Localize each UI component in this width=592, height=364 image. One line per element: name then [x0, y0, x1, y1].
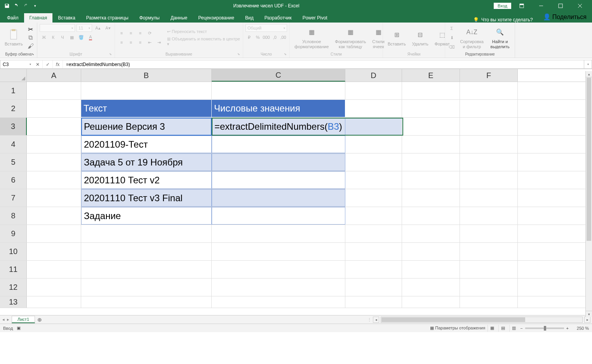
- tab-developer[interactable]: Разработчик: [259, 13, 297, 23]
- add-sheet-icon[interactable]: ⊕: [35, 317, 44, 323]
- scroll-right-icon[interactable]: ▸: [584, 317, 590, 323]
- table-header-numbers[interactable]: Числовые значения: [212, 100, 345, 117]
- status-mode: Ввод: [3, 326, 13, 331]
- tab-page-layout[interactable]: Разметка страницы: [81, 13, 134, 23]
- vscroll-thumb[interactable]: [587, 78, 591, 241]
- view-normal-icon[interactable]: ▦: [488, 325, 496, 332]
- number-format-combo: Общий: [246, 24, 287, 32]
- cell-c7[interactable]: [212, 189, 345, 207]
- share-icon: 👤: [543, 13, 551, 21]
- insert-function-icon[interactable]: fx: [53, 60, 63, 68]
- scroll-down-icon[interactable]: ▾: [586, 311, 592, 317]
- undo-icon[interactable]: [12, 2, 20, 10]
- clear-icon: ⌫: [447, 43, 456, 51]
- row-header-5[interactable]: 5: [0, 153, 27, 171]
- zoom-value[interactable]: 250 %: [571, 326, 589, 331]
- cell-c5[interactable]: [212, 153, 345, 171]
- row-header-2[interactable]: 2: [0, 100, 27, 117]
- sheet-tab-1[interactable]: Лист1: [12, 316, 35, 323]
- scroll-up-icon[interactable]: ▴: [586, 71, 592, 77]
- save-icon[interactable]: [3, 2, 11, 10]
- spreadsheet-grid[interactable]: A B C D E F 1 2 Текст Числовые значения …: [0, 69, 592, 315]
- cell-b5[interactable]: Задача 5 от 19 Ноября: [81, 153, 212, 171]
- expand-formula-bar-icon[interactable]: ▾: [584, 60, 592, 69]
- vertical-scrollbar[interactable]: ▴ ▾: [585, 71, 592, 317]
- view-page-layout-icon[interactable]: ▤: [498, 325, 507, 332]
- close-icon[interactable]: [571, 0, 589, 12]
- row-header-8[interactable]: 8: [0, 207, 27, 225]
- clipboard-launcher-icon[interactable]: ⬊: [31, 52, 35, 56]
- hscroll-splitter-icon[interactable]: ⋮: [367, 317, 371, 322]
- tab-home[interactable]: Главная: [24, 13, 53, 23]
- cell-b4[interactable]: 20201109-Тест: [81, 136, 212, 153]
- tab-insert[interactable]: Вставка: [52, 13, 81, 23]
- cell-b3[interactable]: Решение Версия 3: [81, 118, 212, 135]
- table-header-text[interactable]: Текст: [81, 100, 212, 117]
- clipboard-icon: [7, 28, 20, 41]
- cell-c6[interactable]: [212, 171, 345, 189]
- quick-access-toolbar: ▾: [0, 2, 42, 10]
- horizontal-scrollbar[interactable]: [381, 317, 583, 323]
- row-header-3[interactable]: 3: [0, 118, 27, 135]
- sheet-nav-prev-icon[interactable]: ◂: [2, 317, 5, 322]
- col-header-a[interactable]: A: [27, 69, 81, 82]
- cell-c8[interactable]: [212, 207, 345, 225]
- currency-icon: ₽: [246, 33, 253, 41]
- row-header-1[interactable]: 1: [0, 82, 27, 99]
- share-button[interactable]: 👤 Поделиться: [538, 11, 592, 23]
- alignment-launcher-icon[interactable]: ⬊: [237, 52, 240, 56]
- percent-icon: %: [254, 33, 262, 41]
- tab-file[interactable]: Файл: [2, 13, 24, 23]
- col-header-b[interactable]: B: [81, 69, 212, 82]
- name-box[interactable]: C3: [0, 60, 33, 69]
- minimize-icon[interactable]: [532, 0, 550, 12]
- sheet-nav-next-icon[interactable]: ▸: [7, 317, 9, 322]
- cell-c4[interactable]: [212, 136, 345, 153]
- col-header-f[interactable]: F: [460, 69, 518, 82]
- login-button[interactable]: Вход: [494, 3, 511, 9]
- cell-b7[interactable]: 20201110 Тест v3 Final: [81, 189, 212, 207]
- maximize-icon[interactable]: [552, 0, 569, 12]
- number-launcher-icon[interactable]: ⬊: [283, 52, 287, 56]
- tell-me[interactable]: 💡 Что вы хотите сделать?: [473, 17, 533, 23]
- select-all-corner[interactable]: [0, 69, 27, 82]
- zoom-in-icon[interactable]: +: [566, 326, 569, 331]
- font-launcher-icon[interactable]: ⬊: [108, 52, 112, 56]
- macro-record-icon[interactable]: ▣: [17, 326, 21, 331]
- ribbon-options-icon[interactable]: [513, 0, 531, 12]
- align-middle-icon: ≡: [127, 29, 135, 37]
- qat-customize-icon[interactable]: ▾: [31, 2, 39, 10]
- hscroll-thumb[interactable]: [381, 317, 525, 322]
- tab-powerpivot[interactable]: Power Pivot: [297, 13, 333, 23]
- row-header-12[interactable]: 12: [0, 279, 27, 296]
- row-header-7[interactable]: 7: [0, 189, 27, 207]
- delete-cells-icon: ⊟: [414, 28, 427, 41]
- col-header-d[interactable]: D: [345, 69, 402, 82]
- col-header-e[interactable]: E: [402, 69, 460, 82]
- row-header-13[interactable]: 13: [0, 296, 27, 308]
- row-header-4[interactable]: 4: [0, 136, 27, 153]
- view-page-break-icon[interactable]: ▥: [509, 325, 518, 332]
- zoom-out-icon[interactable]: −: [520, 326, 522, 331]
- row-header-6[interactable]: 6: [0, 171, 27, 189]
- row-header-9[interactable]: 9: [0, 225, 27, 242]
- find-select-button[interactable]: 🔍Найти и выделить: [488, 25, 512, 50]
- row-header-11[interactable]: 11: [0, 261, 27, 278]
- formula-input[interactable]: =extractDelimitedNumbers(B3): [63, 60, 584, 69]
- cell-c3[interactable]: =extractDelimitedNumbers(B3): [212, 118, 345, 135]
- display-settings-button[interactable]: ▦ Параметры отображения: [430, 326, 485, 331]
- col-header-c[interactable]: C: [212, 69, 345, 82]
- cell-b6[interactable]: 20201110 Тест v2: [81, 171, 212, 189]
- cell-b8[interactable]: Задание: [81, 207, 212, 225]
- enter-formula-icon[interactable]: ✓: [43, 60, 53, 68]
- tab-formulas[interactable]: Формулы: [134, 13, 165, 23]
- tab-data[interactable]: Данные: [165, 13, 193, 23]
- tab-view[interactable]: Вид: [240, 13, 259, 23]
- paste-button: Вставить: [2, 28, 25, 47]
- cancel-formula-icon[interactable]: ✕: [33, 60, 43, 68]
- row-header-10[interactable]: 10: [0, 243, 27, 260]
- zoom-slider[interactable]: [525, 327, 564, 329]
- tab-review[interactable]: Рецензирование: [193, 13, 240, 23]
- scroll-left-icon[interactable]: ◂: [373, 317, 379, 323]
- cut-icon[interactable]: ✂: [27, 25, 35, 33]
